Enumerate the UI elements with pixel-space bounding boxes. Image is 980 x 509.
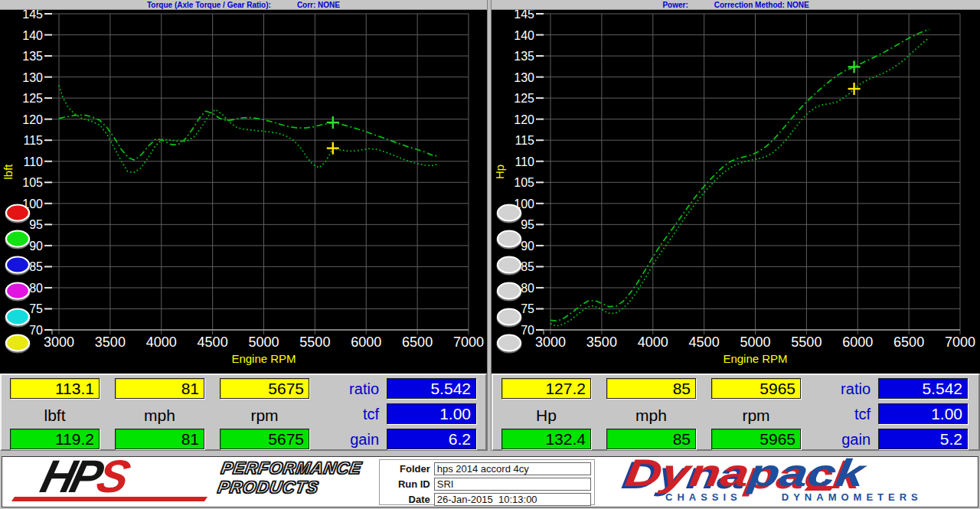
speed-unit-label: mph [606,406,696,425]
channel-button-1[interactable] [498,205,521,221]
y-tick-label: 105 [22,176,43,189]
x-tick-label: 4500 [689,334,720,350]
ratio-label: ratio [802,380,871,398]
torque-title: Torque (Axle Torque / Gear Ratio): [147,1,271,9]
y-tick-label: 115 [23,134,43,147]
x-tick-label: 6500 [893,334,924,350]
hps-logo-text: HPS [37,454,131,500]
y-tick-label: 95 [521,218,534,231]
x-tick-label: 6000 [351,334,381,350]
torque-title-strip: Torque (Axle Torque / Gear Ratio): Corr:… [0,0,487,10]
ratio-value: 5.542 [878,378,968,399]
y-tick-label: 130 [22,71,43,84]
channel-button-magenta[interactable] [6,283,29,299]
x-tick-label: 7000 [945,334,975,350]
power-title-strip: Power: Correction Method: NONE [492,0,980,10]
tcf-label: tcf [802,406,871,423]
channel-button-6[interactable] [498,335,521,351]
speed-peak-value: 81 [115,429,204,449]
x-tick-label: 4000 [638,334,668,350]
dynapack-logo-slash [804,486,834,491]
power-run2-dashdot [550,29,929,321]
y-tick-label: 125 [514,92,534,105]
speed-current-value: 81 [115,378,204,399]
channel-button-green[interactable] [6,231,29,247]
tcf-label: tcf [310,406,379,423]
power-current-value: 127.2 [501,378,591,399]
tcf-value: 1.00 [387,403,476,424]
x-tick-label: 7000 [453,334,484,350]
y-tick-label: 140 [22,29,43,42]
x-tick-label: 3000 [535,334,566,350]
y-tick-label: 135 [514,50,534,63]
x-tick-label: 5500 [299,334,330,350]
y-tick-label: 130 [514,71,534,84]
gain-value: 5.2 [878,429,968,449]
torque-chart[interactable]: 7075808590951001051101151201251301351401… [0,0,487,373]
footer-bar: HPS PERFORMANCE PRODUCTS Folder Run ID D… [0,451,980,509]
power-run1-dotted [550,38,929,326]
y-tick-label: 125 [22,92,43,105]
power-panel: 7075808590951001051101151201251301351401… [492,0,980,451]
y-tick-label: 80 [521,282,534,295]
gain-label: gain [802,431,871,449]
ratio-label: ratio [310,380,379,398]
torque-peak-value: 119.2 [10,429,100,449]
channel-button-2[interactable] [498,231,521,247]
x-tick-label: 3500 [586,334,617,350]
power-title: Power: [662,1,688,9]
folder-input[interactable] [434,462,591,475]
torque-run2-dashdot [59,111,438,160]
y-tick-label: 85 [29,260,43,273]
rpm-peak-value: 5675 [220,429,309,449]
torque-unit-label: lbft [10,406,100,425]
y-tick-label: 80 [29,282,43,295]
rpm-unit-label: rpm [220,406,309,425]
rpm-peak-value: 5965 [711,429,801,449]
torque-current-value: 113.1 [10,378,100,399]
run-id-label: Run ID [383,478,430,490]
gain-value: 6.2 [387,429,476,449]
run-id-input[interactable] [434,478,591,491]
ratio-value: 5.542 [387,378,476,399]
x-tick-label: 6500 [402,334,433,350]
hps-logo-subtitle: PERFORMANCE PRODUCTS [217,458,364,497]
speed-unit-label: mph [115,406,204,425]
power-unit-label: Hp [501,406,591,425]
y-tick-label: 120 [22,113,43,126]
run-info-fields: Folder Run ID Date [379,459,595,505]
y-tick-label: 75 [521,302,534,315]
date-label: Date [383,494,430,505]
torque-readout-panel: 113.1 81 5675 lbft mph rpm 119.2 81 5675… [0,374,487,451]
x-tick-label: 3000 [44,334,74,350]
torque-correction-label: Corr: NONE [297,1,340,9]
torque-run1-dotted [59,86,438,173]
x-tick-label: 5000 [740,334,770,350]
y-tick-label: 70 [29,324,43,337]
power-chart[interactable]: 7075808590951001051101151201251301351401… [492,0,980,373]
channel-button-red[interactable] [6,205,29,221]
y-tick-label: 140 [514,29,534,42]
y-tick-label: 75 [29,302,43,315]
y-tick-label: 70 [521,324,534,337]
x-tick-label: 3500 [95,334,126,350]
x-axis-unit-label: Engine RPM [231,352,296,365]
hps-logo-underline [11,497,207,501]
x-tick-label: 6000 [842,334,873,350]
power-correction-label: Correction Method: NONE [714,1,809,9]
x-tick-label: 4500 [198,334,228,350]
y-tick-label: 115 [514,134,534,147]
channel-button-yellow[interactable] [6,335,29,351]
torque-panel: 7075808590951001051101151201251301351401… [0,0,487,451]
channel-button-cyan[interactable] [6,309,29,325]
channel-button-blue[interactable] [6,257,29,273]
channel-button-3[interactable] [498,257,521,273]
y-tick-label: 85 [521,260,534,273]
gain-label: gain [310,431,379,449]
channel-button-4[interactable] [498,283,521,299]
speed-peak-value: 85 [606,429,696,449]
channel-button-5[interactable] [498,309,521,325]
x-tick-label: 5000 [248,334,279,350]
date-input[interactable] [434,493,591,506]
dynapack-logo-subtitle: CHASSIS DYNAMOMETERS [665,491,923,503]
